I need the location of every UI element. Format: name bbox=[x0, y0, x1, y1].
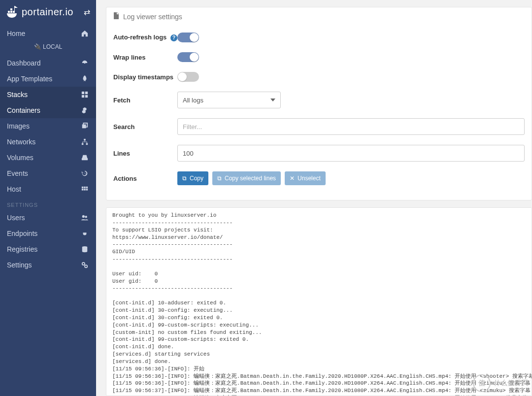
nav: Home 🔌 LOCAL Dashboard App Templates Sta… bbox=[0, 26, 96, 273]
logo-row: portainer.io ⇄ bbox=[0, 0, 96, 26]
database-icon bbox=[80, 246, 89, 253]
svg-rect-4 bbox=[14, 6, 15, 11]
watermark-text: 什么值得买 bbox=[494, 379, 528, 388]
unselect-button[interactable]: ✕Unselect bbox=[285, 171, 326, 185]
nav-endpoint: 🔌 LOCAL bbox=[0, 41, 96, 55]
th-icon bbox=[80, 186, 89, 193]
sidebar-toggle-icon[interactable]: ⇄ bbox=[84, 7, 90, 17]
nav-images[interactable]: Images bbox=[0, 118, 96, 134]
nav-settings-section: SETTINGS bbox=[0, 197, 96, 210]
log-settings-panel: Log viewer settings Auto-refresh logs ? … bbox=[106, 7, 532, 200]
svg-rect-2 bbox=[13, 11, 15, 13]
sitemap-icon bbox=[80, 138, 89, 145]
svg-rect-16 bbox=[82, 187, 84, 189]
svg-rect-6 bbox=[82, 92, 84, 94]
plug-icon bbox=[80, 230, 89, 237]
log-output[interactable]: Brought to you by linuxserver.io -------… bbox=[106, 207, 532, 396]
svg-rect-17 bbox=[84, 187, 86, 189]
svg-rect-9 bbox=[85, 95, 88, 98]
search-input[interactable] bbox=[177, 118, 525, 135]
svg-point-23 bbox=[85, 216, 87, 218]
nav-home[interactable]: Home bbox=[0, 26, 96, 41]
panel-header: Log viewer settings bbox=[106, 7, 532, 26]
nav-app-templates[interactable]: App Templates bbox=[0, 71, 96, 87]
nav-host[interactable]: Host bbox=[0, 181, 96, 197]
svg-rect-20 bbox=[84, 189, 86, 191]
fetch-select[interactable]: All logs bbox=[177, 92, 281, 108]
fetch-label: Fetch bbox=[113, 97, 177, 104]
auto-refresh-toggle[interactable] bbox=[177, 33, 199, 42]
watermark-badge: 值 bbox=[473, 374, 491, 392]
lines-input[interactable] bbox=[177, 145, 525, 162]
svg-rect-10 bbox=[82, 125, 86, 129]
copy-icon: ⧉ bbox=[217, 175, 222, 182]
svg-rect-19 bbox=[82, 189, 84, 191]
svg-rect-7 bbox=[85, 92, 88, 94]
users-icon bbox=[80, 214, 89, 221]
plug-icon: 🔌 bbox=[34, 43, 41, 50]
actions-label: Actions bbox=[113, 175, 177, 182]
portainer-icon bbox=[4, 4, 20, 20]
svg-point-26 bbox=[85, 265, 87, 267]
copy-icon: ⧉ bbox=[182, 175, 187, 182]
nav-stacks[interactable]: Stacks bbox=[0, 87, 96, 102]
cogs-icon bbox=[80, 262, 89, 268]
svg-rect-0 bbox=[8, 11, 10, 13]
nav-dashboard[interactable]: Dashboard bbox=[0, 55, 96, 71]
panel-title: Log viewer settings bbox=[123, 13, 182, 21]
cubes-icon bbox=[80, 107, 89, 114]
clone-icon bbox=[80, 123, 89, 130]
brand[interactable]: portainer.io bbox=[4, 4, 73, 20]
svg-point-25 bbox=[82, 263, 85, 265]
brand-text: portainer.io bbox=[22, 6, 73, 18]
dashboard-icon bbox=[80, 60, 89, 66]
svg-point-22 bbox=[82, 215, 85, 218]
nav-containers[interactable]: Containers bbox=[0, 102, 96, 118]
nav-endpoints[interactable]: Endpoints bbox=[0, 226, 96, 241]
svg-rect-21 bbox=[86, 189, 88, 191]
timestamps-toggle[interactable] bbox=[177, 72, 199, 82]
svg-rect-14 bbox=[86, 143, 88, 145]
svg-rect-15 bbox=[82, 158, 88, 160]
wrap-lines-label: Wrap lines bbox=[113, 54, 177, 61]
svg-rect-8 bbox=[82, 95, 84, 98]
main: Log viewer settings Auto-refresh logs ? … bbox=[96, 0, 532, 396]
close-icon: ✕ bbox=[290, 175, 295, 182]
help-icon[interactable]: ? bbox=[170, 34, 177, 41]
nav-registries[interactable]: Registries bbox=[0, 241, 96, 257]
copy-button[interactable]: ⧉Copy bbox=[177, 171, 208, 185]
svg-rect-12 bbox=[84, 139, 86, 141]
svg-rect-1 bbox=[10, 11, 12, 13]
svg-rect-3 bbox=[10, 8, 12, 10]
lines-label: Lines bbox=[113, 150, 177, 157]
nav-networks[interactable]: Networks bbox=[0, 134, 96, 150]
svg-rect-13 bbox=[82, 143, 84, 145]
file-icon bbox=[113, 12, 119, 21]
nav-events[interactable]: Events bbox=[0, 165, 96, 181]
grid-icon bbox=[80, 91, 89, 98]
svg-point-5 bbox=[84, 63, 86, 64]
wrap-lines-toggle[interactable] bbox=[177, 52, 199, 62]
nav-settings[interactable]: Settings bbox=[0, 257, 96, 273]
rocket-icon bbox=[80, 75, 89, 82]
timestamps-label: Display timestamps bbox=[113, 73, 177, 81]
home-icon bbox=[80, 30, 89, 37]
svg-rect-18 bbox=[86, 187, 88, 189]
nav-users[interactable]: Users bbox=[0, 210, 96, 226]
nav-volumes[interactable]: Volumes bbox=[0, 150, 96, 165]
hdd-icon bbox=[80, 154, 89, 161]
watermark: 值 什么值得买 bbox=[473, 374, 528, 392]
auto-refresh-label: Auto-refresh logs ? bbox=[113, 33, 177, 41]
sidebar: portainer.io ⇄ Home 🔌 LOCAL Dashboard Ap… bbox=[0, 0, 96, 396]
copy-selected-button[interactable]: ⧉Copy selected lines bbox=[212, 171, 281, 185]
history-icon bbox=[80, 170, 89, 177]
search-label: Search bbox=[113, 123, 177, 131]
